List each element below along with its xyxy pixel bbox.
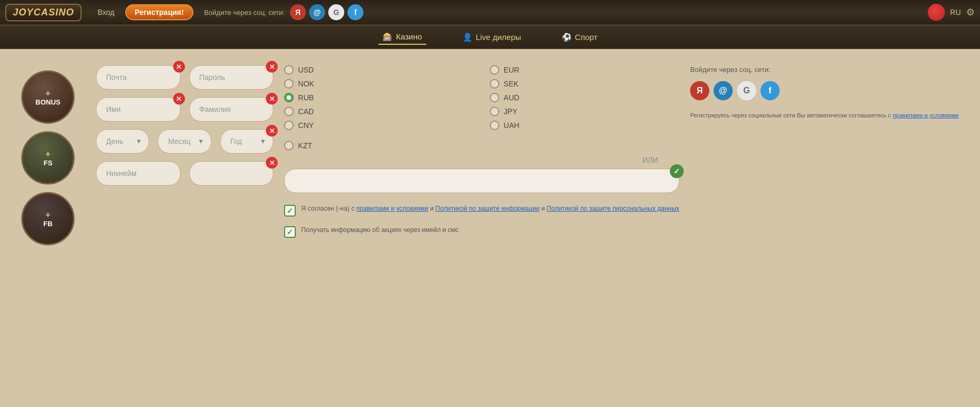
terms-checkbox[interactable]: ✓ <box>284 205 296 217</box>
header-right: RU ⚙ <box>928 4 975 21</box>
bonus-badge[interactable]: + BONUS <box>21 70 75 124</box>
social-terms-link[interactable]: правилами и условиями <box>893 112 959 118</box>
fb-label: FB <box>43 220 52 228</box>
bonus-plus-icon: + <box>36 88 61 98</box>
currency-sek[interactable]: SEK <box>490 79 679 89</box>
promo-checkbox-row: ✓ Получать информацию об акциях через им… <box>284 225 679 238</box>
social-signin-label: Войдите через соц. сети: <box>690 65 959 75</box>
terms-link3[interactable]: Политикой по защите персональных данных <box>547 205 679 212</box>
terms-link2[interactable]: Политикой по защите информации <box>435 205 539 212</box>
currency-panel: USD EUR NOK SEK RUB <box>284 60 679 396</box>
registration-form: ✕ ✕ ✕ ✕ День ▼ <box>96 60 273 396</box>
nickname-field-wrap <box>96 161 181 186</box>
terms-checkmark-icon: ✓ <box>287 206 293 215</box>
password-input[interactable] <box>189 65 274 90</box>
cny-radio[interactable] <box>284 121 294 130</box>
currency-cad[interactable]: CAD <box>284 107 474 116</box>
nav-sport[interactable]: ⚽ Спорт <box>557 30 602 44</box>
facebook-login-icon[interactable]: f <box>347 4 363 20</box>
usd-label: USD <box>298 66 314 74</box>
phone-input[interactable]: +375 <box>189 161 274 186</box>
currency-eur[interactable]: EUR <box>490 65 679 75</box>
right-facebook-icon[interactable]: f <box>760 81 780 100</box>
kzt-radio[interactable] <box>284 141 294 150</box>
settings-icon[interactable]: ⚙ <box>966 6 975 18</box>
lastname-input[interactable] <box>189 97 274 122</box>
currency-aud[interactable]: AUD <box>490 93 679 102</box>
cad-radio[interactable] <box>284 107 294 116</box>
nok-label: NOK <box>298 79 314 88</box>
phone-field-wrap: +375 ✕ <box>189 161 274 186</box>
firstname-input[interactable] <box>96 97 181 122</box>
right-yandex-icon[interactable]: Я <box>690 81 709 100</box>
terms-text: Я согласен (-на) с правилами и условиями… <box>301 204 679 213</box>
uah-label: UAH <box>504 121 520 130</box>
promo-checkbox[interactable]: ✓ <box>284 226 296 238</box>
rub-label: RUB <box>298 93 314 102</box>
year-select[interactable]: Год <box>220 129 273 154</box>
month-select-wrap: Месяц ▼ <box>158 129 211 154</box>
day-select[interactable]: День <box>96 129 149 154</box>
language-flag-icon[interactable] <box>928 4 945 21</box>
lastname-clear-button[interactable]: ✕ <box>266 93 278 105</box>
password-field-wrap: ✕ <box>189 65 274 90</box>
birthdate-clear-button[interactable]: ✕ <box>266 125 278 137</box>
eur-radio[interactable] <box>490 65 499 75</box>
fb-plus-icon: + <box>43 210 52 220</box>
rub-radio[interactable] <box>284 93 294 102</box>
login-button[interactable]: Вход <box>92 6 120 19</box>
currency-cny[interactable]: CNY <box>284 121 474 130</box>
jpy-radio[interactable] <box>490 107 499 116</box>
google-login-icon[interactable]: G <box>328 4 344 20</box>
phone-clear-button[interactable]: ✕ <box>266 157 278 169</box>
register-button[interactable]: Регистрация! <box>125 4 193 20</box>
mail-login-icon[interactable]: @ <box>309 4 325 20</box>
jpy-label: JPY <box>504 107 517 116</box>
nickname-input[interactable] <box>96 161 181 186</box>
promo-section: ИЛИ JOYLIVE30 ✓ <box>284 156 679 193</box>
language-label[interactable]: RU <box>950 8 961 17</box>
rub-radio-dot <box>287 95 291 100</box>
terms-link1[interactable]: правилами и условиями <box>357 205 428 212</box>
currency-nok[interactable]: NOK <box>284 79 474 89</box>
nav-casino[interactable]: 🎰 Казино <box>378 30 426 45</box>
promo-code-input[interactable]: JOYLIVE30 <box>284 169 679 193</box>
cny-label: CNY <box>298 121 314 130</box>
right-panel: Войдите через соц. сети: Я @ G f Регистр… <box>690 60 959 396</box>
email-field-wrap: ✕ <box>96 65 181 90</box>
firstname-clear-button[interactable]: ✕ <box>173 93 185 105</box>
yandex-login-icon[interactable]: Я <box>290 4 306 20</box>
right-mail-icon[interactable]: @ <box>714 81 733 100</box>
terms-checkbox-row: ✓ Я согласен (-на) с правилами и условия… <box>284 204 679 217</box>
nok-radio[interactable] <box>284 79 294 89</box>
currency-kzt[interactable]: KZT <box>284 141 679 150</box>
lastname-field-wrap: ✕ <box>189 97 274 122</box>
month-select[interactable]: Месяц <box>158 129 211 154</box>
uah-radio[interactable] <box>490 121 499 130</box>
currency-usd[interactable]: USD <box>284 65 474 75</box>
nav-casino-label: Казино <box>396 32 422 41</box>
currency-jpy[interactable]: JPY <box>490 107 679 116</box>
password-clear-button[interactable]: ✕ <box>266 61 278 73</box>
nav-live-dealers[interactable]: 👤 Live дилеры <box>458 30 525 44</box>
email-password-row: ✕ ✕ <box>96 65 273 90</box>
usd-radio[interactable] <box>284 65 294 75</box>
email-input[interactable] <box>96 65 181 90</box>
kzt-label: KZT <box>298 141 312 150</box>
nav-sport-label: Спорт <box>575 33 597 42</box>
fb-badge[interactable]: + FB <box>21 192 75 245</box>
sek-radio[interactable] <box>490 79 499 89</box>
navigation: 🎰 Казино 👤 Live дилеры ⚽ Спорт <box>0 26 980 49</box>
live-dealers-icon: 👤 <box>463 33 473 42</box>
eur-label: EUR <box>504 66 520 74</box>
promo-checkmark-icon: ✓ <box>287 228 293 236</box>
currency-uah[interactable]: UAH <box>490 121 679 130</box>
right-google-icon[interactable]: G <box>737 81 756 100</box>
currency-rub[interactable]: RUB <box>284 93 474 102</box>
logo[interactable]: JOYCASINO <box>5 4 82 21</box>
nav-live-label: Live дилеры <box>476 33 521 42</box>
fs-badge[interactable]: + FS <box>21 131 75 185</box>
bonus-label: BONUS <box>36 98 61 107</box>
aud-radio[interactable] <box>490 93 499 102</box>
email-clear-button[interactable]: ✕ <box>173 61 185 73</box>
